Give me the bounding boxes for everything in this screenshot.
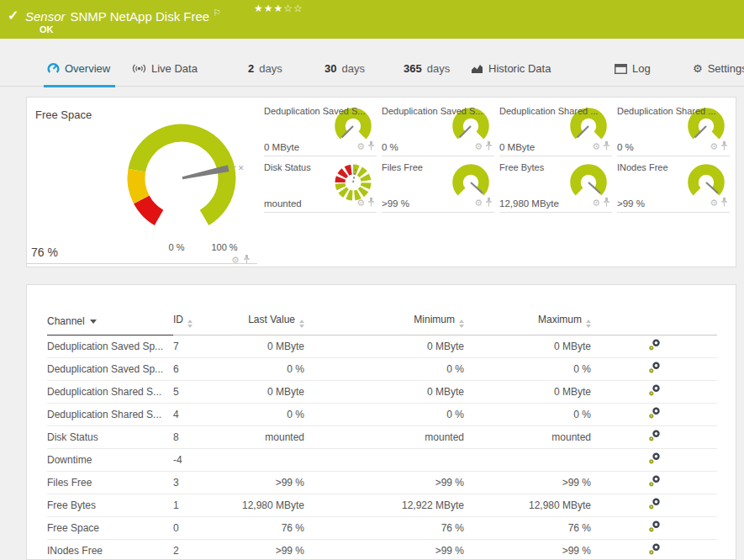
gear-icon: ⚙ bbox=[693, 62, 703, 75]
gauge-settings-gear-icon[interactable]: ⚙ bbox=[710, 142, 718, 151]
tab-settings[interactable]: ⚙ Settings bbox=[693, 50, 744, 87]
channel-name[interactable]: Free Space bbox=[47, 517, 173, 540]
small-gauge-value: 0 % bbox=[617, 142, 634, 152]
small-gauge-title: Disk Status bbox=[264, 162, 311, 172]
gauge-pin-icon[interactable] bbox=[485, 139, 493, 154]
small-gauge-arc bbox=[458, 113, 484, 137]
channel-settings-icon[interactable] bbox=[648, 362, 661, 377]
channel-name[interactable]: INodes Free bbox=[47, 540, 173, 560]
small-gauge-title: INodes Free bbox=[617, 162, 668, 172]
tab-bar: Overview Live Data 2 days 30 days 365 da… bbox=[0, 50, 744, 87]
object-kind-label: Sensor bbox=[25, 9, 66, 24]
channel-id: 4 bbox=[173, 404, 220, 426]
gauge-pin-icon[interactable] bbox=[485, 195, 493, 210]
channel-name[interactable]: Deduplication Saved Sp... bbox=[47, 335, 173, 358]
tab-365-days[interactable]: 365 days bbox=[404, 50, 450, 87]
channel-minimum: 76 % bbox=[304, 517, 464, 540]
rating-stars[interactable]: ★★★☆☆ bbox=[254, 3, 303, 14]
gauge-settings-gear-icon[interactable]: ⚙ bbox=[592, 142, 600, 151]
table-header-row: Channel ID Last Value Minimum Maximum bbox=[47, 309, 717, 335]
table-row: Downtime -4 bbox=[47, 449, 717, 472]
column-header-actions bbox=[591, 309, 717, 335]
small-gauge-cell: INodes Free >99 % ⚙ bbox=[617, 161, 730, 213]
tab-2-days[interactable]: 2 days bbox=[248, 50, 282, 87]
channel-settings-icon[interactable] bbox=[648, 407, 661, 422]
flag-icon[interactable]: ⚐ bbox=[213, 8, 221, 18]
gauge-settings-gear-icon[interactable]: ⚙ bbox=[474, 198, 483, 208]
tab-log[interactable]: Log bbox=[615, 50, 651, 87]
channel-table-body: Deduplication Saved Sp... 7 0 MByte 0 MB… bbox=[47, 335, 717, 560]
channel-settings-icon[interactable] bbox=[648, 384, 661, 399]
gauge-settings-gear-icon[interactable]: ⚙ bbox=[474, 142, 483, 151]
gauge-pin-icon[interactable] bbox=[367, 195, 375, 210]
channel-settings-icon[interactable] bbox=[648, 520, 661, 536]
gauge-pin-icon[interactable] bbox=[367, 139, 375, 154]
sort-icon bbox=[187, 320, 193, 328]
channel-maximum: 76 % bbox=[464, 517, 591, 540]
small-gauge-arc bbox=[694, 113, 720, 137]
column-header-channel[interactable]: Channel bbox=[47, 309, 173, 335]
tab-number: 2 bbox=[248, 62, 254, 75]
column-header-minimum[interactable]: Minimum bbox=[304, 309, 464, 335]
channel-name[interactable]: Free Bytes bbox=[47, 494, 173, 517]
gauge-pin-icon[interactable] bbox=[243, 252, 251, 267]
primary-gauge: ✕ bbox=[114, 111, 249, 246]
channel-last-value: 0 % bbox=[220, 358, 304, 381]
tab-number: 365 bbox=[404, 62, 422, 75]
sensor-status-banner: ✓ SensorSNMP NetApp Disk Free⚐ ★★★☆☆ OK bbox=[0, 0, 744, 39]
channel-name[interactable]: Files Free bbox=[47, 472, 173, 494]
column-header-last-value[interactable]: Last Value bbox=[220, 309, 304, 335]
tab-label: Settings bbox=[708, 62, 744, 75]
gauge-settings-gear-icon[interactable]: ⚙ bbox=[710, 198, 718, 208]
tab-30-days[interactable]: 30 days bbox=[325, 50, 365, 87]
channel-table-panel: Channel ID Last Value Minimum Maximum De… bbox=[26, 284, 736, 560]
channel-name[interactable]: Deduplication Shared S... bbox=[47, 381, 173, 404]
status-badge: OK bbox=[40, 24, 54, 34]
channel-last-value: 12,980 MByte bbox=[220, 494, 304, 517]
channel-id: 5 bbox=[173, 381, 220, 404]
channel-id: 1 bbox=[173, 494, 220, 517]
column-header-maximum[interactable]: Maximum bbox=[464, 309, 591, 335]
small-gauge-cell: Disk Status mounted ⚙ bbox=[264, 161, 377, 213]
channel-id: 2 bbox=[173, 540, 220, 560]
tab-label: days bbox=[427, 62, 450, 75]
tab-historic-data[interactable]: Historic Data bbox=[471, 50, 551, 87]
table-row: Free Space 0 76 % 76 % 76 % bbox=[47, 517, 717, 540]
channel-minimum: >99 % bbox=[304, 540, 464, 560]
table-row: Deduplication Shared S... 5 0 MByte 0 MB… bbox=[47, 381, 717, 404]
tab-overview[interactable]: Overview bbox=[47, 50, 110, 87]
channel-maximum: 12,980 MByte bbox=[464, 494, 591, 517]
channel-settings-icon[interactable] bbox=[648, 498, 661, 513]
tab-label: Overview bbox=[65, 62, 110, 75]
channel-name[interactable]: Disk Status bbox=[47, 426, 173, 449]
channel-name[interactable]: Downtime bbox=[47, 449, 173, 472]
channel-name[interactable]: Deduplication Saved Sp... bbox=[47, 358, 173, 381]
gauge-pin-icon[interactable] bbox=[603, 195, 610, 210]
gauge-pin-icon[interactable] bbox=[720, 139, 728, 154]
small-gauge-value: >99 % bbox=[617, 198, 645, 209]
small-gauge-value: 0 % bbox=[382, 142, 398, 152]
sort-desc-icon bbox=[90, 320, 97, 324]
channel-settings-icon[interactable] bbox=[648, 339, 661, 354]
small-gauge-value: mounted bbox=[264, 198, 302, 209]
channel-settings-icon[interactable] bbox=[648, 430, 661, 445]
tab-live-data[interactable]: Live Data bbox=[132, 50, 198, 87]
gauge-pin-icon[interactable] bbox=[720, 195, 728, 210]
small-gauge-title: Deduplication Saved S... bbox=[382, 106, 483, 116]
channel-maximum: 0 % bbox=[464, 404, 591, 426]
primary-gauge-max-label: 100 % bbox=[206, 242, 243, 252]
gauge-settings-gear-icon[interactable]: ⚙ bbox=[592, 198, 600, 208]
channel-settings-icon[interactable] bbox=[648, 452, 661, 468]
channel-minimum: 12,922 MByte bbox=[304, 494, 464, 517]
channel-name[interactable]: Deduplication Shared S... bbox=[47, 404, 173, 426]
channel-maximum: mounted bbox=[464, 426, 591, 449]
sort-icon bbox=[459, 320, 464, 328]
log-icon bbox=[615, 64, 627, 74]
column-header-id[interactable]: ID bbox=[173, 309, 220, 335]
gauge-settings-gear-icon[interactable]: ⚙ bbox=[356, 198, 365, 208]
channel-settings-icon[interactable] bbox=[648, 475, 661, 490]
overview-gauges-panel: Free Space ✕ 0 % 100 % 76 % ⚙ Deduplicat… bbox=[26, 97, 736, 267]
channel-settings-icon[interactable] bbox=[648, 543, 661, 558]
gauge-settings-gear-icon[interactable]: ⚙ bbox=[356, 142, 365, 151]
gauge-pin-icon[interactable] bbox=[603, 139, 610, 154]
